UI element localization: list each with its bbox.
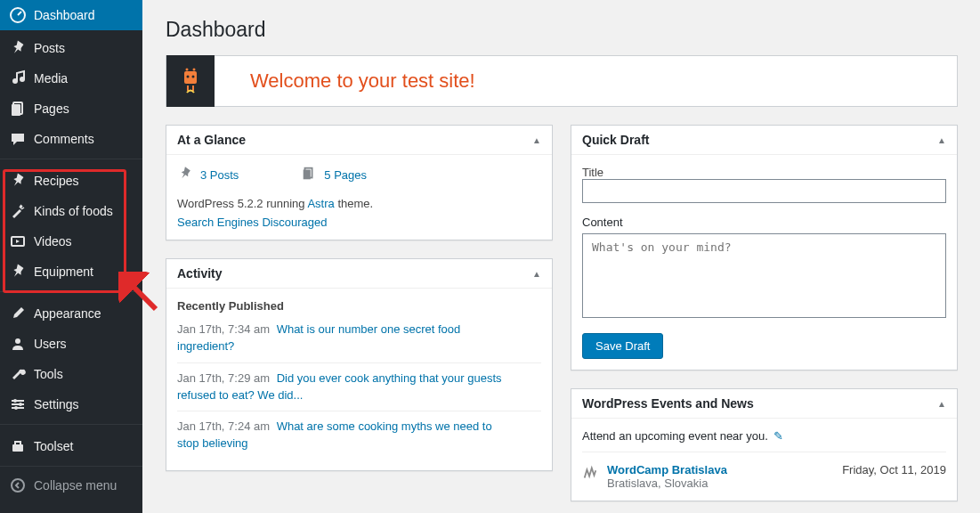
- event-date: Friday, Oct 11, 2019: [842, 463, 946, 476]
- svg-point-16: [186, 69, 189, 71]
- widget-toggle[interactable]: ▲: [532, 135, 541, 145]
- pin-icon: [9, 172, 27, 190]
- quick-draft-title-input[interactable]: [582, 179, 946, 203]
- dashboard-icon: [9, 6, 27, 24]
- svg-rect-19: [304, 170, 311, 180]
- sidebar-item-label: Media: [34, 71, 68, 86]
- widget-toggle[interactable]: ▲: [937, 135, 946, 145]
- sidebar-item-label: Tools: [34, 367, 63, 381]
- sidebar-item-label: Users: [34, 337, 67, 351]
- svg-rect-13: [184, 71, 197, 84]
- collapse-icon: [9, 476, 27, 494]
- sidebar-collapse[interactable]: Collapse menu: [0, 470, 142, 501]
- svg-point-7: [13, 399, 17, 403]
- quick-draft-content-textarea[interactable]: [582, 233, 946, 318]
- pin-icon: [9, 39, 27, 57]
- pin-icon: [177, 166, 193, 184]
- wrench-icon: [9, 365, 27, 383]
- sidebar-item-settings[interactable]: Settings: [0, 389, 142, 419]
- sidebar-item-label: Collapse menu: [34, 478, 117, 493]
- activity-timestamp: Jan 17th, 7:24 am: [177, 419, 273, 436]
- sidebar-item-tools[interactable]: Tools: [0, 359, 142, 389]
- pin-icon: [9, 263, 27, 281]
- svg-point-17: [193, 69, 196, 71]
- widget-title: At a Glance: [177, 133, 246, 147]
- page-title: Dashboard: [160, 0, 962, 55]
- sidebar-item-label: Kinds of foods: [34, 204, 113, 218]
- sidebar-item-label: Posts: [34, 41, 65, 55]
- sidebar-item-label: Dashboard: [34, 8, 95, 22]
- sidebar-item-kinds-of-foods[interactable]: Kinds of foods: [0, 196, 142, 226]
- event-location: Bratislava, Slovakia: [607, 476, 708, 490]
- svg-rect-4: [12, 104, 20, 116]
- sidebar-item-equipment[interactable]: Equipment: [0, 256, 142, 287]
- svg-point-9: [14, 406, 18, 410]
- sidebar-item-pages[interactable]: Pages: [0, 94, 142, 124]
- sidebar-item-label: Appearance: [34, 306, 101, 321]
- events-news-widget: WordPress Events and News ▲ Attend an up…: [571, 388, 958, 501]
- activity-subhead: Recently Published: [177, 299, 541, 313]
- svg-rect-10: [12, 444, 23, 452]
- page-icon: [9, 100, 27, 118]
- sidebar-item-label: Comments: [34, 132, 94, 146]
- sidebar-item-media[interactable]: Media: [0, 63, 142, 94]
- at-a-glance-widget: At a Glance ▲ 3 Posts 5 Pages: [166, 125, 553, 240]
- activity-widget: Activity ▲ Recently Published Jan 17th, …: [166, 258, 553, 471]
- activity-row: Jan 17th, 7:29 am Did you ever cook anyt…: [177, 362, 541, 411]
- quick-draft-title-label: Title: [582, 166, 603, 179]
- activity-timestamp: Jan 17th, 7:29 am: [177, 370, 273, 387]
- sidebar-item-label: Settings: [34, 397, 79, 411]
- widget-title: Activity: [177, 266, 223, 281]
- sidebar-item-label: Recipes: [34, 174, 79, 188]
- sidebar-item-toolset[interactable]: Toolset: [0, 431, 142, 461]
- wordcamp-icon: [582, 465, 598, 484]
- quick-draft-content-label: Content: [582, 216, 946, 229]
- page-icon: [301, 166, 317, 184]
- glance-pages[interactable]: 5 Pages: [301, 166, 367, 184]
- sidebar-item-label: Videos: [34, 234, 72, 248]
- activity-post-link[interactable]: What is our number one secret food: [277, 322, 461, 336]
- activity-row: Jan 17th, 7:24 am What are some cooking …: [177, 411, 541, 460]
- activity-post-link[interactable]: Did you ever cook anything that your gue…: [277, 371, 502, 385]
- sidebar-item-users[interactable]: Users: [0, 329, 142, 359]
- svg-point-11: [12, 479, 24, 492]
- video-icon: [9, 232, 27, 250]
- admin-sidebar: Dashboard Posts Media Pages Comments Rec…: [0, 0, 142, 513]
- glance-wordpress-version: WordPress 5.2.2 running Astra theme.: [177, 197, 541, 210]
- sidebar-item-recipes[interactable]: Recipes: [0, 166, 142, 196]
- sidebar-item-dashboard[interactable]: Dashboard: [0, 0, 142, 30]
- brush-icon: [9, 305, 27, 322]
- activity-list: Jan 17th, 7:34 am What is our number one…: [177, 322, 541, 460]
- sidebar-item-videos[interactable]: Videos: [0, 226, 142, 256]
- seo-discouraged-link[interactable]: Search Engines Discouraged: [177, 216, 327, 229]
- glance-posts[interactable]: 3 Posts: [177, 166, 239, 184]
- svg-point-2: [20, 77, 25, 82]
- event-name-link[interactable]: WordCamp Bratislava: [607, 463, 833, 476]
- activity-row: Jan 17th, 7:34 am What is our number one…: [177, 322, 541, 362]
- widget-toggle[interactable]: ▲: [937, 399, 946, 409]
- svg-point-6: [15, 338, 20, 344]
- widget-title: Quick Draft: [582, 133, 649, 147]
- svg-point-15: [192, 76, 195, 78]
- welcome-icon: [166, 55, 215, 107]
- sidebar-item-label: Toolset: [34, 439, 73, 453]
- sidebar-item-appearance[interactable]: Appearance: [0, 298, 142, 329]
- edit-location-icon[interactable]: ✎: [773, 429, 783, 443]
- widget-title: WordPress Events and News: [582, 396, 754, 411]
- save-draft-button[interactable]: Save Draft: [582, 333, 663, 359]
- activity-post-link[interactable]: What are some cooking myths we need to: [277, 419, 492, 433]
- sidebar-item-comments[interactable]: Comments: [0, 124, 142, 154]
- media-icon: [9, 69, 27, 87]
- glance-posts-link[interactable]: 3 Posts: [200, 168, 239, 182]
- event-row: WordCamp Bratislava Bratislava, Slovakia…: [582, 452, 946, 490]
- welcome-panel: Welcome to your test site!: [166, 55, 958, 107]
- sidebar-item-label: Pages: [34, 102, 69, 116]
- sidebar-item-posts[interactable]: Posts: [0, 33, 142, 63]
- svg-point-14: [187, 76, 190, 78]
- theme-link[interactable]: Astra: [307, 197, 334, 210]
- glance-pages-link[interactable]: 5 Pages: [324, 168, 367, 182]
- toolset-icon: [9, 437, 27, 455]
- activity-timestamp: Jan 17th, 7:34 am: [177, 322, 273, 338]
- widget-toggle[interactable]: ▲: [532, 269, 541, 279]
- carrot-icon: [9, 202, 27, 220]
